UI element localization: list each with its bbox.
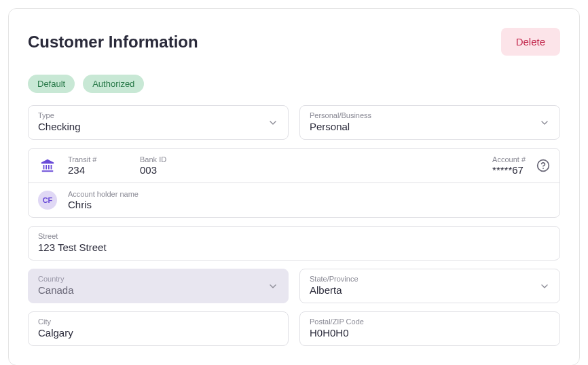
city-label: City [38, 318, 278, 326]
postal-value: H0H0H0 [310, 327, 550, 339]
bank-icon [38, 156, 57, 175]
chevron-down-icon [539, 281, 550, 292]
bank-id-field[interactable]: Bank ID 003 [140, 155, 221, 176]
chevron-down-icon [268, 281, 278, 292]
bank-numbers-row: Transit # 234 Bank ID 003 Account # ****… [29, 149, 559, 182]
postal-label: Postal/ZIP Code [310, 318, 550, 326]
personal-business-label: Personal/Business [310, 111, 550, 119]
street-field[interactable]: Street 123 Test Street [28, 226, 560, 261]
bank-id-value: 003 [140, 164, 221, 176]
bank-details-group: Transit # 234 Bank ID 003 Account # ****… [28, 148, 560, 218]
customer-info-card: Customer Information Delete Default Auth… [8, 8, 580, 365]
state-label: State/Province [310, 275, 550, 283]
status-badges: Default Authorized [28, 75, 560, 93]
holder-value: Chris [68, 199, 550, 210]
type-label: Type [38, 111, 278, 119]
country-label: Country [38, 275, 278, 283]
city-value: Calgary [38, 327, 278, 339]
transit-value: 234 [68, 164, 129, 176]
help-icon[interactable] [536, 159, 550, 172]
state-value: Alberta [310, 284, 550, 296]
account-value: *****67 [492, 164, 526, 176]
account-label: Account # [492, 155, 526, 164]
account-holder-row: CF Account holder name Chris [29, 182, 559, 217]
chevron-down-icon [539, 117, 550, 128]
city-field[interactable]: City Calgary [28, 311, 289, 346]
personal-business-select[interactable]: Personal/Business Personal [299, 105, 560, 140]
card-header: Customer Information Delete [28, 28, 560, 56]
holder-label: Account holder name [68, 190, 550, 198]
authorized-badge: Authorized [83, 75, 144, 93]
holder-field[interactable]: Account holder name Chris [68, 190, 550, 210]
state-select[interactable]: State/Province Alberta [299, 269, 560, 303]
personal-business-value: Personal [310, 121, 550, 132]
chevron-down-icon [268, 117, 278, 128]
country-value: Canada [38, 284, 278, 296]
street-value: 123 Test Street [38, 242, 550, 253]
avatar: CF [38, 191, 57, 210]
country-select: Country Canada [28, 269, 289, 303]
type-value: Checking [38, 121, 278, 132]
account-field[interactable]: Account # *****67 [492, 155, 526, 176]
bank-id-label: Bank ID [140, 155, 221, 164]
transit-label: Transit # [68, 155, 129, 164]
transit-field[interactable]: Transit # 234 [68, 155, 129, 176]
type-select[interactable]: Type Checking [28, 105, 289, 140]
default-badge: Default [28, 75, 75, 93]
street-label: Street [38, 232, 550, 240]
postal-field[interactable]: Postal/ZIP Code H0H0H0 [299, 311, 560, 346]
page-title: Customer Information [28, 33, 198, 52]
delete-button[interactable]: Delete [501, 28, 560, 56]
